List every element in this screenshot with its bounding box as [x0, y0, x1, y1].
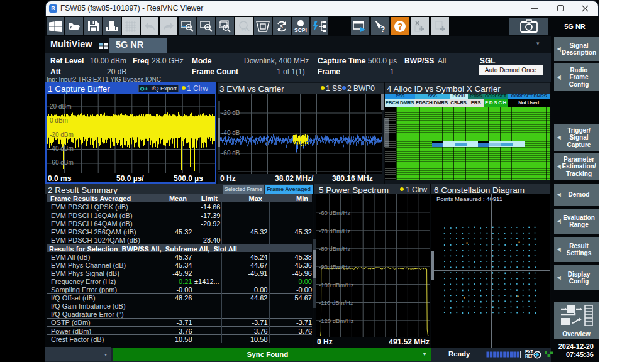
svg-text:S: S: [280, 25, 283, 29]
svg-text:1:1: 1:1: [241, 28, 247, 32]
svg-text:?: ?: [397, 21, 403, 31]
svg-text:?: ?: [380, 25, 385, 33]
svg-text:SCPI: SCPI: [294, 27, 307, 33]
